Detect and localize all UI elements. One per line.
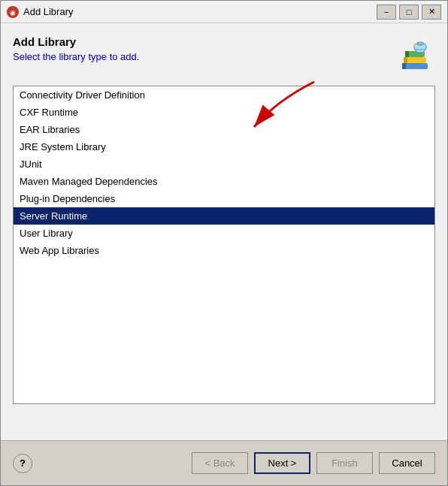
list-item[interactable]: Plug-in Dependencies — [14, 190, 434, 207]
subtitle-link: library type to add. — [59, 51, 139, 62]
list-item-web-app-libraries[interactable]: Web App Libraries — [14, 242, 434, 259]
window-title: Add Library — [23, 6, 73, 17]
header-section: Add Library Select the library type to a… — [13, 35, 435, 77]
subtitle-static: Select the — [13, 51, 59, 62]
title-bar-left: ◉ Add Library — [7, 6, 73, 18]
svg-rect-3 — [402, 63, 406, 69]
list-item-server-runtime[interactable]: Server Runtime — [14, 207, 434, 225]
next-button[interactable]: Next > — [254, 452, 310, 474]
help-button[interactable]: ? — [13, 454, 32, 473]
list-item[interactable]: CXF Runtime — [14, 104, 434, 121]
svg-text:◉: ◉ — [10, 9, 16, 17]
button-group: < Back Next > Finish Cancel — [192, 452, 435, 474]
window-icon: ◉ — [7, 6, 19, 18]
add-library-window: ◉ Add Library − □ ✕ Add Library Select t… — [0, 0, 448, 486]
list-item-user-library[interactable]: User Library — [14, 225, 434, 242]
list-wrapper: Connectivity Driver Definition CXF Runti… — [13, 86, 435, 416]
books-icon: ★ ✦ — [396, 38, 434, 75]
finish-button[interactable]: Finish — [316, 452, 373, 474]
list-item[interactable]: Maven Managed Dependencies — [14, 173, 434, 190]
library-list[interactable]: Connectivity Driver Definition CXF Runti… — [13, 86, 435, 404]
page-subtitle: Select the library type to add. — [13, 51, 394, 62]
title-bar-controls: − □ ✕ — [377, 5, 441, 20]
svg-rect-5 — [404, 57, 407, 63]
close-button[interactable]: ✕ — [422, 5, 441, 20]
header-icon: ★ ✦ — [394, 35, 435, 77]
header-text: Add Library Select the library type to a… — [13, 35, 394, 62]
svg-rect-7 — [405, 51, 409, 57]
svg-text:★: ★ — [413, 42, 417, 47]
content-area: Add Library Select the library type to a… — [1, 23, 447, 440]
maximize-button[interactable]: □ — [399, 5, 419, 20]
page-title: Add Library — [13, 35, 394, 48]
button-bar: ? < Back Next > Finish Cancel — [1, 440, 447, 485]
title-bar: ◉ Add Library − □ ✕ — [1, 1, 447, 23]
list-item[interactable]: JUnit — [14, 155, 434, 173]
cancel-button[interactable]: Cancel — [379, 452, 435, 474]
list-item[interactable]: Connectivity Driver Definition — [14, 86, 434, 104]
list-item[interactable]: JRE System Library — [14, 138, 434, 155]
list-item[interactable]: EAR Libraries — [14, 121, 434, 138]
minimize-button[interactable]: − — [377, 5, 396, 20]
svg-text:✦: ✦ — [419, 41, 422, 45]
back-button[interactable]: < Back — [192, 452, 248, 474]
svg-rect-2 — [402, 63, 428, 69]
